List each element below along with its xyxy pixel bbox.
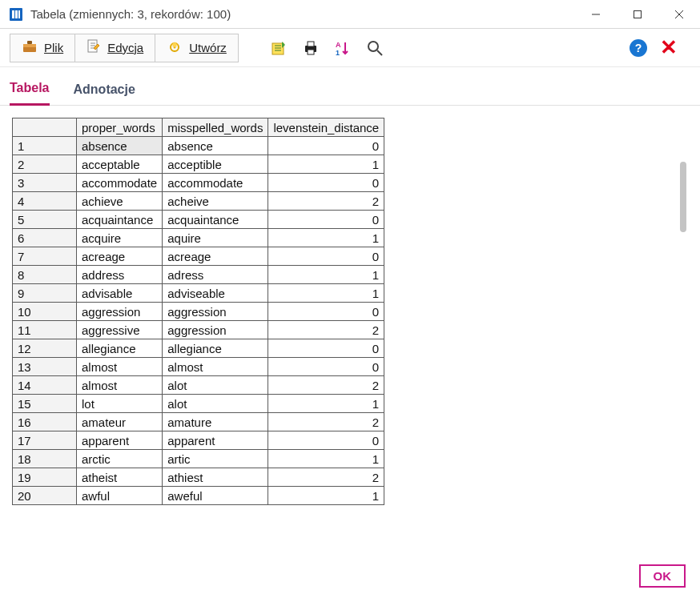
cell-proper-words[interactable]: aggression [77,303,163,321]
cell-misspelled-words[interactable]: amature [163,413,268,431]
cell-distance[interactable]: 0 [268,303,384,321]
tab-table[interactable]: Tabela [10,81,50,106]
cell-distance[interactable]: 1 [268,155,384,174]
data-grid[interactable]: proper_words misspelled_words levenstein… [11,117,689,533]
table-row[interactable]: 3accommodateaccommodate0 [13,174,384,192]
row-header[interactable]: 6 [13,229,77,247]
cell-distance[interactable]: 1 [268,266,384,284]
cell-proper-words[interactable]: amateur [77,413,163,431]
close-window-button[interactable] [658,0,700,28]
cell-proper-words[interactable]: achieve [77,192,163,211]
table-row[interactable]: 10aggressionaggression0 [13,303,384,321]
table-row[interactable]: 11aggressiveaggression2 [13,321,384,339]
cell-proper-words[interactable]: aggressive [77,321,163,339]
cell-proper-words[interactable]: acquire [77,229,163,247]
cell-distance[interactable]: 0 [268,339,384,358]
cell-distance[interactable]: 2 [268,413,384,431]
row-header[interactable]: 4 [13,192,77,211]
row-header[interactable]: 11 [13,321,77,339]
cell-misspelled-words[interactable]: aggression [163,303,268,321]
row-header[interactable]: 14 [13,376,77,395]
row-header[interactable]: 17 [13,431,77,450]
scrollbar[interactable] [680,162,686,370]
cell-proper-words[interactable]: address [77,266,163,284]
table-row[interactable]: 1absenceabsence0 [13,137,384,155]
close-icon[interactable]: ✕ [657,35,681,60]
cell-proper-words[interactable]: advisable [77,284,163,303]
table-row[interactable]: 5acquaintanceacquaintance0 [13,211,384,229]
cell-distance[interactable]: 1 [268,284,384,303]
cell-distance[interactable]: 2 [268,321,384,339]
col-misspelled-words[interactable]: misspelled_words [163,118,268,137]
cell-distance[interactable]: 1 [268,229,384,247]
table-row[interactable]: 14almostalot2 [13,376,384,395]
cell-misspelled-words[interactable]: alot [163,376,268,395]
col-levenstein-distance[interactable]: levenstein_distance [268,118,384,137]
search-icon[interactable] [359,34,391,62]
tab-annotations[interactable]: Adnotacje [74,82,135,105]
table-row[interactable]: 12allegianceallegiance0 [13,339,384,358]
cell-proper-words[interactable]: absence [77,137,163,155]
cell-misspelled-words[interactable]: acheive [163,192,268,211]
menu-edit[interactable]: Edycja [75,34,155,62]
cell-distance[interactable]: 0 [268,211,384,229]
cell-misspelled-words[interactable]: adviseable [163,284,268,303]
cell-distance[interactable]: 0 [268,358,384,376]
row-header[interactable]: 12 [13,339,77,358]
row-header[interactable]: 20 [13,487,77,505]
cell-misspelled-words[interactable]: alot [163,395,268,413]
minimize-button[interactable] [575,0,617,28]
cell-misspelled-words[interactable]: acceptible [163,155,268,174]
row-header[interactable]: 1 [13,137,77,155]
cell-proper-words[interactable]: lot [77,395,163,413]
cell-distance[interactable]: 1 [268,487,384,505]
row-header[interactable]: 19 [13,468,77,487]
row-header[interactable]: 10 [13,303,77,321]
menu-create[interactable]: Utwórz [155,34,239,62]
maximize-button[interactable] [617,0,658,28]
table-row[interactable]: 18arcticartic1 [13,450,384,468]
row-header[interactable]: 5 [13,211,77,229]
cell-proper-words[interactable]: arctic [77,450,163,468]
row-header[interactable]: 16 [13,413,77,431]
cell-distance[interactable]: 2 [268,376,384,395]
cell-distance[interactable]: 1 [268,450,384,468]
cell-proper-words[interactable]: apparent [77,431,163,450]
cell-misspelled-words[interactable]: aweful [163,487,268,505]
table-row[interactable]: 17apparentapparent0 [13,431,384,450]
table-row[interactable]: 8addressadress1 [13,266,384,284]
col-proper-words[interactable]: proper_words [77,118,163,137]
cell-misspelled-words[interactable]: aquire [163,229,268,247]
cell-distance[interactable]: 2 [268,192,384,211]
cell-distance[interactable]: 0 [268,137,384,155]
cell-misspelled-words[interactable]: allegiance [163,339,268,358]
table-row[interactable]: 16amateuramature2 [13,413,384,431]
cell-proper-words[interactable]: accommodate [77,174,163,192]
cell-distance[interactable]: 1 [268,395,384,413]
row-header[interactable]: 18 [13,450,77,468]
table-row[interactable]: 4achieveacheive2 [13,192,384,211]
corner-cell[interactable] [13,118,77,137]
row-header[interactable]: 15 [13,395,77,413]
cell-proper-words[interactable]: almost [77,376,163,395]
cell-proper-words[interactable]: acceptable [77,155,163,174]
cell-proper-words[interactable]: acquaintance [77,211,163,229]
cell-misspelled-words[interactable]: athiest [163,468,268,487]
row-header[interactable]: 9 [13,284,77,303]
menu-file[interactable]: Plik [10,34,75,62]
cell-proper-words[interactable]: allegiance [77,339,163,358]
table-row[interactable]: 7acreageacreage0 [13,247,384,266]
table-row[interactable]: 15lotalot1 [13,395,384,413]
cell-proper-words[interactable]: atheist [77,468,163,487]
table-row[interactable]: 20awfulaweful1 [13,487,384,505]
row-header[interactable]: 2 [13,155,77,174]
cell-misspelled-words[interactable]: artic [163,450,268,468]
cell-distance[interactable]: 0 [268,247,384,266]
cell-misspelled-words[interactable]: apparent [163,431,268,450]
row-header[interactable]: 7 [13,247,77,266]
cell-misspelled-words[interactable]: acquaintance [163,211,268,229]
cell-misspelled-words[interactable]: aggression [163,321,268,339]
table-row[interactable]: 9advisableadviseable1 [13,284,384,303]
table-row[interactable]: 13almostalmost0 [13,358,384,376]
cell-misspelled-words[interactable]: absence [163,137,268,155]
